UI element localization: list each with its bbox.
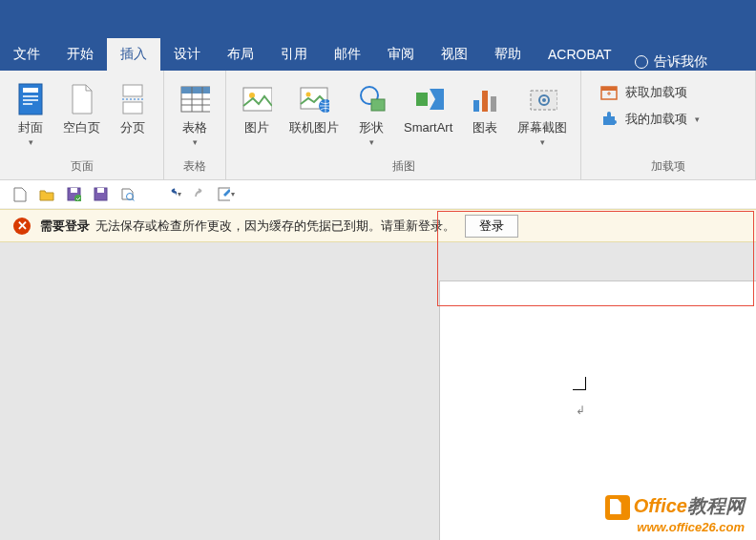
- quick-access-toolbar: ▾ ▾: [0, 180, 756, 209]
- smartart-icon: [413, 80, 444, 118]
- chevron-down-icon: ▾: [540, 137, 545, 147]
- svg-point-17: [306, 93, 311, 97]
- svg-rect-2: [23, 95, 38, 97]
- svg-rect-37: [97, 188, 104, 193]
- new-doc-button[interactable]: [11, 186, 29, 203]
- svg-rect-25: [491, 96, 496, 112]
- watermark-icon: [605, 495, 630, 520]
- svg-line-39: [132, 199, 134, 201]
- smartart-button[interactable]: SmartArt: [398, 78, 458, 137]
- svg-rect-1: [23, 88, 38, 93]
- group-addins-label: 加载项: [651, 158, 685, 177]
- chart-label: 图表: [472, 120, 497, 135]
- blank-page-icon: [67, 80, 97, 118]
- tell-me-text: 告诉我你: [654, 53, 707, 71]
- group-tables-label: 表格: [183, 158, 206, 177]
- shapes-label: 形状: [359, 120, 384, 135]
- login-button[interactable]: 登录: [465, 215, 518, 238]
- tab-references[interactable]: 引用: [267, 38, 321, 71]
- cursor-indicator: [573, 377, 586, 390]
- cover-page-button[interactable]: 封面 ▾: [8, 78, 53, 149]
- smartart-label: SmartArt: [404, 120, 452, 135]
- group-illustrations-label: 插图: [392, 158, 415, 177]
- svg-rect-34: [71, 188, 77, 193]
- online-picture-icon: [299, 80, 329, 118]
- svg-marker-22: [430, 89, 444, 110]
- tab-home[interactable]: 开始: [53, 38, 107, 71]
- message-bar: ✕ 需要登录 无法保存或检查所作更改，因为缓存的凭据已到期。请重新登录。 登录: [0, 209, 756, 242]
- chevron-down-icon: ▾: [29, 137, 33, 147]
- message-body: 无法保存或检查所作更改，因为缓存的凭据已到期。请重新登录。: [95, 218, 455, 235]
- group-addins: 获取加载项 我的加载项 ▾ 加载项: [581, 71, 756, 179]
- page-break-label: 分页: [120, 120, 145, 135]
- chevron-down-icon: ▾: [695, 114, 700, 124]
- chart-button[interactable]: 图表: [462, 78, 508, 137]
- addins-icon: [600, 111, 618, 128]
- watermark-suffix: 教程网: [687, 495, 745, 516]
- tab-file[interactable]: 文件: [0, 38, 53, 71]
- screenshot-button[interactable]: 屏幕截图 ▾: [512, 78, 573, 149]
- tab-view[interactable]: 视图: [428, 38, 481, 71]
- svg-point-28: [542, 98, 546, 102]
- svg-rect-23: [473, 100, 479, 112]
- svg-rect-3: [23, 99, 38, 101]
- table-label: 表格: [182, 120, 207, 135]
- chart-icon: [470, 80, 500, 118]
- shapes-icon: [356, 80, 387, 118]
- shapes-button[interactable]: 形状 ▾: [348, 78, 394, 149]
- customize-button[interactable]: ▾: [218, 186, 235, 203]
- picture-label: 图片: [244, 120, 269, 135]
- save-button[interactable]: [65, 186, 82, 203]
- page-break-button[interactable]: 分页: [110, 78, 156, 137]
- svg-rect-4: [23, 103, 32, 105]
- chevron-down-icon: ▾: [193, 137, 198, 147]
- my-addins-label: 我的加载项: [625, 111, 687, 128]
- watermark-url: www.office26.com: [605, 520, 745, 534]
- svg-rect-24: [482, 91, 488, 112]
- watermark: Office教程网 www.office26.com: [605, 493, 745, 534]
- tab-mailings[interactable]: 邮件: [321, 38, 374, 71]
- tell-me[interactable]: 告诉我你: [625, 53, 717, 71]
- open-button[interactable]: [38, 186, 55, 203]
- svg-rect-20: [371, 99, 385, 111]
- picture-icon: [242, 80, 272, 118]
- group-tables: 表格 ▾ 表格: [164, 71, 226, 179]
- svg-point-15: [249, 93, 255, 98]
- svg-rect-5: [123, 85, 142, 96]
- lightbulb-icon: [635, 55, 648, 69]
- ribbon-tabs: 文件 开始 插入 设计 布局 引用 邮件 审阅 视图 帮助 ACROBAT 告诉…: [0, 38, 756, 71]
- tab-design[interactable]: 设计: [160, 38, 214, 71]
- blank-page-button[interactable]: 空白页: [57, 78, 106, 137]
- store-icon: [600, 84, 618, 101]
- error-icon: ✕: [13, 218, 31, 235]
- blank-page-label: 空白页: [63, 120, 100, 135]
- svg-rect-9: [181, 87, 210, 93]
- group-pages-label: 页面: [71, 158, 94, 177]
- cover-page-icon: [15, 80, 46, 118]
- svg-rect-30: [601, 87, 617, 91]
- tab-review[interactable]: 审阅: [374, 38, 428, 71]
- save-as-button[interactable]: [92, 186, 109, 203]
- tab-help[interactable]: 帮助: [481, 38, 535, 71]
- picture-button[interactable]: 图片: [234, 78, 280, 137]
- message-title: 需要登录: [40, 218, 90, 235]
- group-illustrations: 图片 联机图片 形状 ▾ SmartArt: [226, 71, 581, 179]
- get-addins-label: 获取加载项: [625, 84, 687, 101]
- online-picture-button[interactable]: 联机图片: [284, 78, 345, 137]
- tab-insert[interactable]: 插入: [107, 38, 160, 71]
- svg-rect-6: [123, 102, 142, 114]
- undo-button[interactable]: ▾: [164, 186, 181, 203]
- get-addins-button[interactable]: 获取加载项: [600, 84, 736, 101]
- print-preview-button[interactable]: [118, 186, 136, 203]
- redo-button[interactable]: [191, 186, 208, 203]
- my-addins-button[interactable]: 我的加载项 ▾: [600, 111, 736, 128]
- title-bar: [0, 0, 756, 38]
- tab-acrobat[interactable]: ACROBAT: [535, 38, 625, 71]
- cover-page-label: 封面: [18, 120, 43, 135]
- table-button[interactable]: 表格 ▾: [172, 78, 218, 149]
- group-pages: 封面 ▾ 空白页 分页 页面: [0, 71, 164, 179]
- tab-layout[interactable]: 布局: [214, 38, 267, 71]
- chevron-down-icon: ▾: [369, 137, 374, 147]
- svg-rect-21: [416, 93, 428, 106]
- ribbon: 封面 ▾ 空白页 分页 页面 表格: [0, 71, 756, 180]
